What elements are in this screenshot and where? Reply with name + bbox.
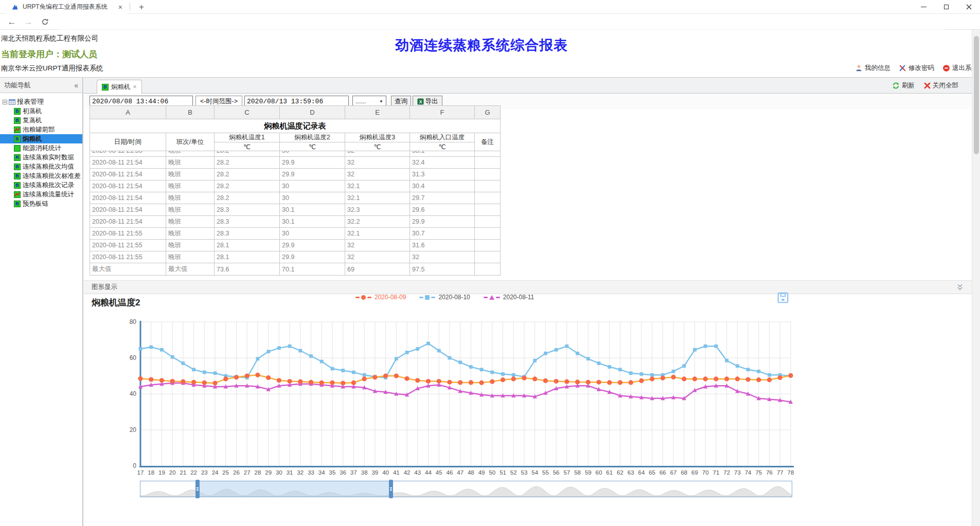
sidebar-item-预热板链[interactable]: B预热板链 — [0, 199, 82, 208]
column-letter[interactable]: D — [280, 106, 345, 119]
header-remark: 备注 — [475, 133, 501, 151]
svg-text:40: 40 — [382, 469, 389, 476]
cell: 28.2 — [215, 192, 280, 204]
column-letter[interactable]: C — [215, 106, 280, 119]
sidebar-item-连续蒸粮实时数据[interactable]: R连续蒸粮实时数据 — [0, 153, 82, 162]
cell: 29.9 — [410, 216, 475, 228]
table-row[interactable]: 2020-08-11 21:54晚班28.23032.129.7 — [90, 192, 501, 204]
cell: 28.2 — [215, 169, 280, 180]
header-datetime: 日期/时间 — [90, 133, 166, 151]
browser-tab[interactable]: URPT免编程工业通用报表系统 × — [6, 0, 128, 14]
cell: 32 — [345, 251, 410, 263]
sidebar-item-泡粮罐前部[interactable]: 泡粮罐前部 — [0, 125, 82, 134]
tab-close-icon[interactable]: × — [118, 4, 122, 11]
close-window-button[interactable] — [957, 0, 980, 14]
svg-text:X: X — [419, 99, 422, 104]
restore-button[interactable] — [935, 0, 957, 14]
legend-item-2020-08-11[interactable]: 2020-08-11 — [484, 294, 534, 301]
table-title-row: 焖粮机温度记录表 — [90, 119, 501, 133]
cell: 晚班 — [166, 169, 215, 180]
refresh-icon — [892, 82, 900, 89]
sidebar-item-复蒸机[interactable]: B复蒸机 — [0, 116, 82, 125]
save-image-button[interactable] — [777, 292, 789, 304]
my-info-button[interactable]: 我的信息 — [855, 64, 890, 72]
cell: 30.1 — [280, 204, 345, 216]
cell: 30 — [280, 192, 345, 204]
report-icon: B — [102, 84, 109, 90]
page-title: 劲酒连续蒸粮系统综合报表 — [395, 36, 568, 55]
svg-text:69: 69 — [691, 469, 698, 476]
table-row[interactable]: 2020-08-11 21:55晚班28.129.93231.6 — [90, 240, 501, 251]
datazoom-slider[interactable] — [140, 481, 792, 497]
table-row[interactable]: 2020-08-11 21:55晚班28.33032.130.7 — [90, 228, 501, 240]
tab-menliangji[interactable]: B 焖粮机 × — [97, 80, 142, 94]
header-t3: 焖粮机温度3 — [345, 133, 410, 142]
sidebar-item-焖粮机[interactable]: B焖粮机 — [0, 134, 82, 143]
page-scrollbar[interactable] — [972, 30, 980, 526]
table-row[interactable]: 2020-08-11 21:54晚班28.330.132.229.9 — [90, 216, 501, 228]
scrollbar-thumb[interactable] — [974, 36, 979, 154]
forward-button[interactable]: → — [22, 15, 35, 28]
system-subtitle: 南京华米云控URPT通用报表系统 — [1, 64, 103, 73]
report-icon: B — [14, 201, 21, 207]
refresh-button[interactable]: 刷新 — [892, 81, 915, 90]
report-icon: B — [14, 164, 21, 170]
sidebar-item-初蒸机[interactable]: B初蒸机 — [0, 106, 82, 116]
sidebar-item-连续蒸粮批次记录[interactable]: B连续蒸粮批次记录 — [0, 180, 82, 190]
svg-text:73: 73 — [734, 469, 741, 476]
sidebar-item-连续蒸粮流量统计[interactable]: 连续蒸粮流量统计 — [0, 190, 82, 199]
table-row[interactable]: 2020-08-11 21:55晚班28.129.93232 — [90, 251, 501, 263]
legend-item-2020-08-09[interactable]: 2020-08-09 — [355, 294, 406, 301]
column-letter[interactable]: G — [475, 106, 501, 119]
collapse-sidebar-icon[interactable]: « — [74, 81, 78, 89]
cell: 28.2 — [215, 157, 280, 169]
table-row[interactable]: 2020-08-11 21:54晚班28.23032.130.4 — [90, 180, 501, 192]
datazoom-handle-right[interactable] — [389, 480, 393, 498]
tab-label: 焖粮机 — [111, 83, 131, 92]
header-shift: 班次/单位 — [166, 133, 215, 151]
sidebar: 功能导航 « 报表管理 B初蒸机B复蒸机泡粮罐前部B焖粮机能源消耗统计R连续蒸粮… — [0, 78, 83, 526]
sidebar-item-连续蒸粮批次均值[interactable]: B连续蒸粮批次均值 — [0, 162, 82, 171]
table-row[interactable]: 2020-08-11 21:54晚班28.330.132.329.6 — [90, 204, 501, 216]
report-icon — [14, 145, 21, 152]
svg-text:54: 54 — [531, 469, 538, 476]
cell: 2020-08-11 21:54 — [90, 169, 166, 180]
column-letter[interactable]: E — [345, 106, 410, 119]
close-all-button[interactable]: 关闭全部 — [924, 81, 958, 90]
graph-section-bar[interactable]: 图形显示 — [84, 280, 972, 294]
login-user-line: 当前登录用户：测试人员 — [1, 48, 97, 60]
sidebar-item-连续蒸粮批次标准差[interactable]: B连续蒸粮批次标准差 — [0, 171, 82, 180]
collapse-chart-icon[interactable] — [956, 283, 964, 292]
change-password-button[interactable]: 修改密码 — [899, 64, 934, 72]
column-letter[interactable]: B — [166, 106, 215, 119]
column-letter[interactable]: A — [90, 106, 166, 119]
new-tab-button[interactable]: + — [135, 1, 148, 13]
cell: 30 — [280, 228, 345, 240]
sidebar-item-能源消耗统计[interactable]: 能源消耗统计 — [0, 143, 82, 153]
svg-text:49: 49 — [478, 469, 485, 476]
circle-marker-icon — [361, 295, 366, 300]
cell: 29.9 — [280, 169, 345, 180]
tools-icon — [899, 64, 906, 72]
table-row[interactable]: 2020-08-11 21:54晚班28.229.93232.4 — [90, 157, 501, 169]
header-t1: 焖粮机温度1 — [215, 133, 280, 142]
chevron-down-icon: ▼ — [379, 99, 383, 104]
datazoom-handle-left[interactable] — [195, 480, 200, 498]
datazoom-selected-range[interactable] — [198, 481, 391, 497]
unit-cell: ℃ — [215, 142, 280, 151]
cell: 33.1 — [410, 151, 475, 157]
tab-close-icon[interactable]: × — [133, 83, 137, 90]
legend-item-2020-08-10[interactable]: 2020-08-10 — [419, 294, 470, 301]
svg-text:26: 26 — [233, 469, 240, 476]
svg-text:31: 31 — [287, 469, 293, 476]
minimize-button[interactable] — [912, 0, 935, 14]
svg-text:37: 37 — [350, 469, 357, 476]
tree-expand-icon[interactable] — [3, 100, 7, 104]
cell — [475, 228, 501, 240]
table-row[interactable]: 2020-08-11 21:54晚班28.229.93231.3 — [90, 169, 501, 180]
column-letter[interactable]: F — [410, 106, 475, 119]
cell: 30.1 — [280, 216, 345, 228]
back-button[interactable]: ← — [5, 15, 19, 28]
tree-root-report-management[interactable]: 报表管理 — [0, 97, 82, 106]
reload-button[interactable] — [38, 15, 51, 28]
